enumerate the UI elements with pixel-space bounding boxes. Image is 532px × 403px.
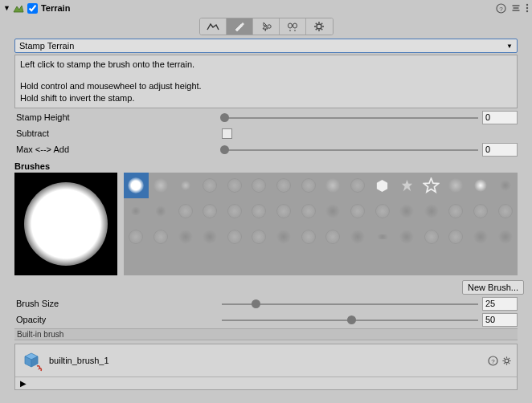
brush-cell[interactable] [370,224,395,250]
new-brush-button[interactable]: New Brush... [462,280,524,295]
brush-cell[interactable] [469,224,493,250]
brush-cell[interactable] [469,198,493,224]
stamp-height-label: Stamp Height [14,112,220,122]
enable-checkbox[interactable] [27,3,38,14]
svg-point-7 [288,23,292,28]
brush-cell[interactable] [198,173,223,198]
brush-cell[interactable] [346,173,370,198]
max-add-slider[interactable] [220,144,480,155]
brush-size-label: Brush Size [14,299,220,308]
brush-cell[interactable] [272,173,297,198]
subtract-toggle[interactable] [222,128,232,139]
builtin-label: Built-in brush [14,328,518,340]
stamp-height-field[interactable] [482,111,518,124]
tool-settings-button[interactable] [306,18,333,35]
brush-cell[interactable] [198,224,223,250]
brush-cell[interactable] [395,198,419,224]
help-line: Hold shift to invert the stamp. [20,92,512,104]
brush-cell[interactable] [247,224,272,250]
svg-point-3 [526,7,528,9]
brush-cell[interactable] [149,198,174,224]
brush-cell[interactable] [124,224,149,250]
brush-cell[interactable] [444,224,469,250]
brush-cell[interactable] [493,198,518,224]
tool-paint-button[interactable] [227,18,253,35]
brush-cell[interactable] [444,198,469,224]
brush-cell[interactable] [395,173,419,198]
brush-cell[interactable] [444,173,469,198]
svg-point-26 [505,359,509,363]
brush-cell[interactable] [223,198,248,224]
prefab-icon [20,349,43,372]
brush-preview [14,173,117,275]
brush-cell[interactable] [272,224,297,250]
tool-raise-lower-button[interactable] [200,18,227,35]
brush-cell[interactable] [124,173,149,198]
brush-cell[interactable] [346,198,370,224]
brushes-heading: Brushes [14,161,518,171]
brush-cell[interactable] [346,224,370,250]
brush-cell[interactable] [173,173,198,198]
brush-cell[interactable] [370,198,395,224]
preset-icon[interactable] [511,3,521,13]
brush-cell[interactable] [419,173,444,198]
opacity-label: Opacity [14,315,220,324]
brush-cell[interactable] [149,173,174,198]
svg-line-33 [504,363,505,364]
brush-cell[interactable] [247,198,272,224]
stamp-height-slider[interactable] [220,112,480,123]
svg-line-31 [504,357,505,358]
brush-cell[interactable] [149,224,174,250]
brush-cell[interactable] [321,173,346,198]
brush-cell[interactable] [321,224,346,250]
brush-cell[interactable] [321,198,346,224]
foldout-icon[interactable]: ▼ [3,4,10,12]
svg-point-2 [526,4,528,6]
kebab-icon[interactable] [526,3,529,13]
svg-line-17 [321,23,322,24]
tool-trees-button[interactable] [253,18,280,35]
paint-mode-value: Stamp Terrain [19,41,74,51]
svg-point-8 [293,23,297,28]
help-box: Left click to stamp the brush onto the t… [14,55,518,108]
svg-line-32 [509,363,509,364]
brush-cell[interactable] [272,198,297,224]
brush-cell[interactable] [198,198,223,224]
brush-cell[interactable] [419,198,444,224]
max-add-label: Max <--> Add [14,145,220,154]
terrain-icon [13,2,24,14]
brush-cell[interactable] [173,224,198,250]
brush-cell[interactable] [296,224,321,250]
opacity-field[interactable] [482,313,518,327]
svg-point-9 [317,24,321,29]
max-add-field[interactable] [482,143,518,157]
brush-cell[interactable] [395,224,419,250]
brush-cell[interactable] [173,198,198,224]
brush-cell[interactable] [493,173,518,198]
paint-mode-dropdown[interactable]: Stamp Terrain ▼ [14,39,518,53]
brush-cell[interactable] [296,173,321,198]
brush-foldout[interactable]: ▶ [15,377,517,389]
brush-cell[interactable] [124,198,149,224]
brush-size-slider[interactable] [220,298,480,309]
svg-line-15 [321,29,322,30]
brush-cell[interactable] [370,173,395,198]
svg-text:?: ? [499,5,503,12]
brush-cell[interactable] [223,173,248,198]
brush-cell[interactable] [247,173,272,198]
brush-size-field[interactable] [482,297,518,311]
brush-cell[interactable] [493,224,518,250]
brush-cell[interactable] [469,173,493,198]
svg-marker-19 [402,179,412,190]
help-icon[interactable]: ? [488,356,498,366]
brush-asset-name: builtin_brush_1 [49,356,481,365]
brush-cell[interactable] [223,224,248,250]
svg-line-16 [316,29,317,30]
gear-icon[interactable] [501,356,512,366]
opacity-slider[interactable] [220,314,480,325]
brush-cell[interactable] [296,198,321,224]
tool-details-button[interactable] [280,18,306,35]
svg-line-14 [316,23,317,24]
help-icon[interactable]: ? [496,3,506,14]
brush-cell[interactable] [419,224,444,250]
